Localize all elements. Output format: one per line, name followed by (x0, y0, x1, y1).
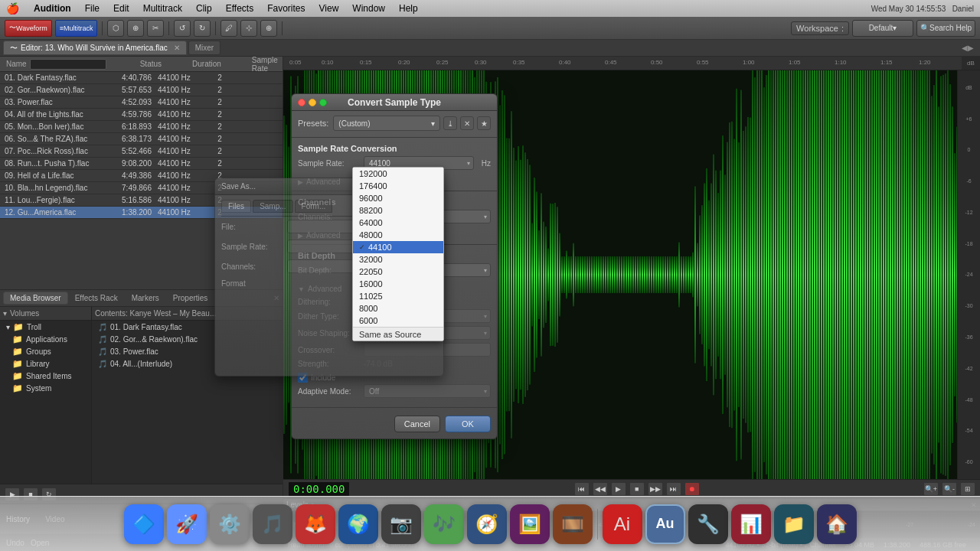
minimize-traffic-light[interactable] (309, 99, 316, 106)
presets-star-btn[interactable]: ★ (477, 116, 491, 130)
editor-tab-main[interactable]: 〜 Editor: 13. Who Will Survive in Americ… (3, 41, 187, 55)
toolbar-btn-4[interactable]: ↺ (174, 20, 191, 37)
dock-app16[interactable]: 📁 (774, 504, 814, 544)
menu-help[interactable]: Help (394, 2, 423, 15)
browser-tab-properties[interactable]: Properties (166, 292, 215, 305)
zoom-traffic-light[interactable] (319, 99, 327, 106)
file-row-2[interactable]: 02. Gor...Raekwon).flac 5:57.653 44100 H… (0, 84, 283, 96)
menu-edit[interactable]: Edit (108, 2, 135, 15)
zoom-in-btn[interactable]: 🔍+ (923, 482, 939, 496)
menu-window[interactable]: Window (347, 2, 390, 15)
tree-item-applications[interactable]: 📁 Applications (0, 333, 91, 345)
file-row-6[interactable]: 06. So...& The RZA).flac 6:38.173 44100 … (0, 133, 283, 145)
dropdown-same-source[interactable]: Same as Source (353, 327, 443, 341)
menu-clip[interactable]: Clip (191, 2, 217, 15)
dock-app6[interactable]: 🌍 (338, 504, 378, 544)
dock-app14[interactable]: 🔧 (688, 504, 728, 544)
zoom-out-btn[interactable]: 🔍- (942, 482, 957, 496)
dropdown-88200[interactable]: 88200 (353, 204, 443, 217)
menu-view[interactable]: View (314, 2, 345, 15)
dropdown-96000[interactable]: 96000 (353, 192, 443, 204)
presets-save-btn[interactable]: ⤓ (443, 116, 457, 130)
tree-item-system[interactable]: 📁 System (0, 382, 91, 394)
go-to-end-btn[interactable]: ⏭ (666, 482, 681, 496)
browser-tab-markers[interactable]: Markers (125, 292, 166, 305)
file-row-7[interactable]: 07. Poc...Rick Ross).flac 5:52.466 44100… (0, 145, 283, 158)
second-tab-form[interactable]: Form... (295, 200, 333, 213)
toolbar-btn-3[interactable]: ✂ (147, 20, 164, 37)
presets-dropdown[interactable]: (Custom) ▾ (333, 116, 440, 131)
menu-favorites[interactable]: Favorites (262, 2, 310, 15)
cancel-button[interactable]: Cancel (394, 416, 440, 432)
file-row-8[interactable]: 08. Run...t. Pusha T).flac 9:08.200 4410… (0, 158, 283, 170)
tree-item-groups[interactable]: 📁 Groups (0, 345, 91, 357)
file-row-5[interactable]: 05. Mon...Bon Iver).flac 6:18.893 44100 … (0, 121, 283, 133)
file-row-4[interactable]: 04. All of the Lights.flac 4:59.786 4410… (0, 109, 283, 121)
dock-app11[interactable]: 🎞️ (553, 504, 593, 544)
close-traffic-light[interactable] (298, 99, 305, 106)
tree-item-library[interactable]: 📁 Library (0, 357, 91, 370)
dock-adobe[interactable]: Ai (603, 504, 642, 544)
workspace-dropdown[interactable]: Default ▾ (852, 20, 913, 37)
presets-delete-btn[interactable]: ✕ (460, 116, 474, 130)
dropdown-16000[interactable]: 16000 (353, 278, 443, 290)
dropdown-64000[interactable]: 64000 (353, 217, 443, 229)
dock-launchpad[interactable]: 🚀 (167, 504, 207, 544)
menu-multitrack[interactable]: Multitrack (138, 2, 188, 15)
dock-safari[interactable]: 🧭 (467, 504, 507, 544)
tree-item-troll[interactable]: ▾ 📁 Troll (0, 321, 91, 333)
dropdown-32000[interactable]: 32000 (353, 253, 443, 266)
dropdown-11025[interactable]: 11025 (353, 290, 443, 302)
files-search-input[interactable] (30, 59, 106, 70)
dock-itunes[interactable]: 🎶 (424, 504, 464, 544)
rewind-btn[interactable]: ◀◀ (593, 482, 608, 496)
browser-tab-effects[interactable]: Effects Rack (68, 292, 125, 305)
toolbar-btn-1[interactable]: ⬡ (107, 20, 124, 37)
browser-tab-media[interactable]: Media Browser (3, 292, 68, 305)
dock-app15[interactable]: 📊 (731, 504, 771, 544)
mixer-tab[interactable]: Mixer (188, 41, 220, 55)
volumes-expand-icon[interactable]: ▾ (3, 309, 7, 318)
menu-effects[interactable]: Effects (220, 2, 259, 15)
file-row-1[interactable]: 01. Dark Fantasy.flac 4:40.786 44100 Hz … (0, 72, 283, 84)
dock-app17[interactable]: 🏠 (817, 504, 857, 544)
toolbar-btn-7[interactable]: ⊹ (240, 20, 257, 37)
tree-item-shared[interactable]: 📁 Shared Items (0, 370, 91, 382)
ok-button[interactable]: OK (445, 416, 491, 432)
toolbar-btn-2[interactable]: ⊕ (127, 20, 144, 37)
zoom-fit-btn[interactable]: ⊞ (960, 482, 975, 496)
panel-collapse-btn[interactable]: ◀▶ (962, 44, 974, 52)
tab-close-icon[interactable]: ✕ (174, 44, 180, 52)
waveform-button[interactable]: 〜 Waveform (5, 20, 52, 37)
sample-rate-dropdown[interactable]: 192000 176400 96000 88200 64000 48000 ✓ … (352, 167, 444, 341)
adaptive-mode-control[interactable]: Off ▾ (364, 384, 491, 398)
dock-app5[interactable]: 🦊 (296, 504, 335, 544)
dropdown-48000[interactable]: 48000 (353, 229, 443, 241)
menu-audition[interactable]: Audition (28, 2, 77, 15)
dock-app3[interactable]: ⚙️ (210, 504, 250, 544)
play-btn[interactable]: ▶ (611, 482, 626, 496)
go-to-start-btn[interactable]: ⏮ (574, 482, 590, 496)
dropdown-6000[interactable]: 6000 (353, 315, 443, 327)
dropdown-176400[interactable]: 176400 (353, 180, 443, 192)
dropdown-8000[interactable]: 8000 (353, 302, 443, 315)
dropdown-192000[interactable]: 192000 (353, 168, 443, 180)
second-tab-samp[interactable]: Samp... (253, 200, 292, 213)
file-row-3[interactable]: 03. Power.flac 4:52.093 44100 Hz 2 (0, 96, 283, 109)
toolbar-btn-5[interactable]: ↻ (194, 20, 211, 37)
record-btn[interactable]: ⏺ (684, 482, 700, 496)
dropdown-44100[interactable]: ✓ 44100 (353, 241, 443, 253)
search-button[interactable]: 🔍 Search Help (916, 20, 975, 37)
menu-file[interactable]: File (80, 2, 105, 15)
multitrack-button[interactable]: ≡ Multitrack (55, 20, 98, 37)
dock-audition[interactable]: Au (645, 504, 685, 544)
dock-finder[interactable]: 🔷 (124, 504, 164, 544)
toolbar-btn-6[interactable]: 🖊 (220, 20, 237, 37)
stop-btn[interactable]: ■ (629, 482, 645, 496)
dock-app10[interactable]: 🖼️ (510, 504, 550, 544)
dock-app7[interactable]: 📷 (381, 504, 421, 544)
fast-forward-btn[interactable]: ▶▶ (648, 482, 663, 496)
second-tab-files[interactable]: Files (221, 200, 251, 213)
dock-app4[interactable]: 🎵 (253, 504, 292, 544)
dropdown-22050[interactable]: 22050 (353, 266, 443, 278)
